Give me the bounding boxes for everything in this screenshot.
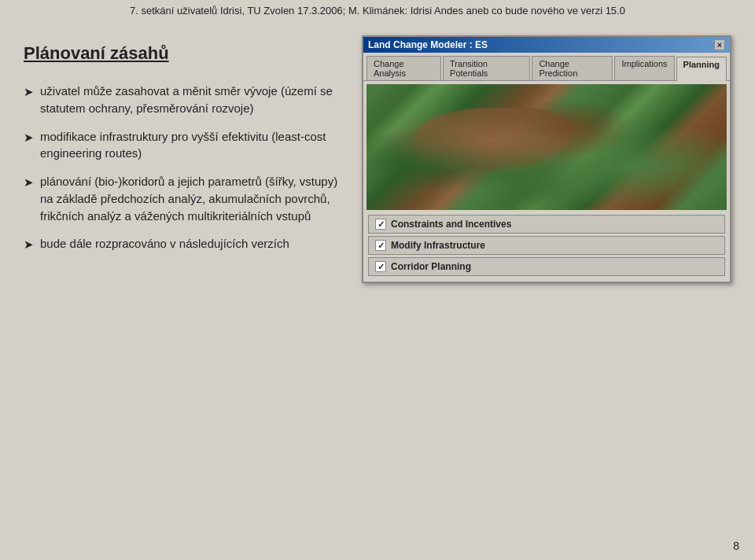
bullet-list: ➤uživatel může zasahovat a měnit směr vý… [24,83,338,253]
dialog-section-modify-infrastructure[interactable]: ✓Modify Infrastructure [368,236,725,255]
left-panel: Plánovaní zásahů ➤uživatel může zasahova… [16,28,346,550]
bullet-arrow-icon: ➤ [24,83,34,101]
dialog-tab-change-prediction[interactable]: Change Prediction [532,56,613,80]
bullet-arrow-icon: ➤ [24,174,34,191]
section-checkbox-constraints-incentives[interactable]: ✓ [375,219,386,230]
bullet-item-2: ➤modifikace infrastruktury pro vyšší efe… [24,128,338,163]
page-number: 8 [733,540,739,552]
header-text: 7. setkání uživatelů Idrisi, TU Zvolen 1… [130,5,625,17]
dialog-tab-transition-potentials[interactable]: Transition Potentials [443,56,530,80]
dialog-tab-change-analysis[interactable]: Change Analysis [366,56,441,80]
dialog-tab-planning[interactable]: Planning [676,57,727,81]
section-checkbox-corridor-planning[interactable]: ✓ [375,261,386,272]
header-bar: 7. setkání uživatelů Idrisi, TU Zvolen 1… [0,0,755,20]
bullet-item-1: ➤uživatel může zasahovat a měnit směr vý… [24,83,338,117]
bullet-text: bude dále rozpracováno v následujících v… [40,235,289,252]
slide-title: Plánovaní zásahů [24,43,338,64]
satellite-image [366,84,727,210]
right-panel: Land Change Modeler : ES × Change Analys… [362,28,739,550]
dialog-titlebar: Land Change Modeler : ES × [363,37,730,53]
section-label-constraints-incentives: Constraints and Incentives [391,219,511,230]
main-content: Plánovaní zásahů ➤uživatel může zasahova… [0,20,755,558]
section-checkbox-modify-infrastructure[interactable]: ✓ [375,240,386,251]
bullet-text: plánování (bio-)koridorů a jejich parame… [40,173,338,224]
bullet-arrow-icon: ➤ [24,236,34,253]
dialog-section-corridor-planning[interactable]: ✓Corridor Planning [368,257,725,276]
dialog-tabs: Change AnalysisTransition PotentialsChan… [363,53,730,81]
dialog-body: ✓Constraints and Incentives✓Modify Infra… [363,81,730,282]
dialog-close-button[interactable]: × [714,39,725,50]
section-label-corridor-planning: Corridor Planning [391,261,471,272]
dialog-window: Land Change Modeler : ES × Change Analys… [362,35,731,283]
section-label-modify-infrastructure: Modify Infrastructure [391,240,485,251]
bullet-arrow-icon: ➤ [24,129,34,146]
dialog-sections: ✓Constraints and Incentives✓Modify Infra… [366,215,727,276]
dialog-tab-implications[interactable]: Implications [614,56,674,80]
dialog-section-constraints-incentives[interactable]: ✓Constraints and Incentives [368,215,725,234]
bullet-text: uživatel může zasahovat a měnit směr výv… [40,83,338,117]
bullet-item-4: ➤bude dále rozpracováno v následujících … [24,235,338,253]
dialog-title: Land Change Modeler : ES [368,39,488,50]
bullet-text: modifikace infrastruktury pro vyšší efek… [40,128,338,163]
bullet-item-3: ➤plánování (bio-)koridorů a jejich param… [24,173,338,224]
